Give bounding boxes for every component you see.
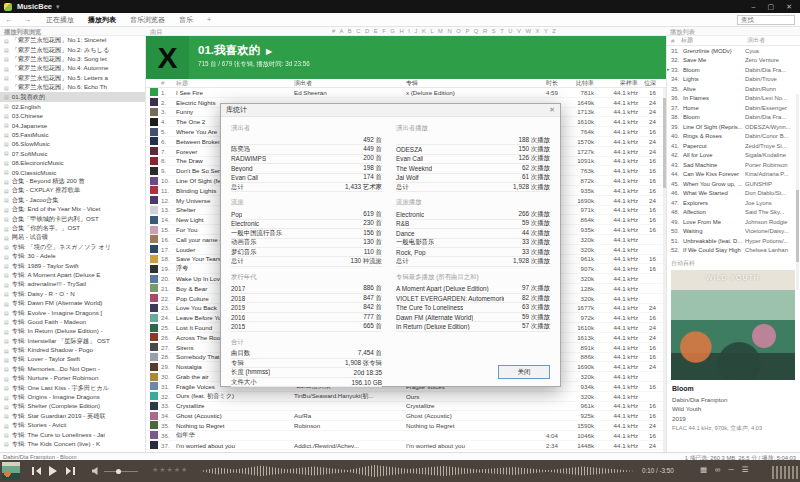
play-playlist-icon[interactable]: ▶ xyxy=(266,47,272,56)
equalizer-icon[interactable]: ☰ xyxy=(742,465,749,474)
sidebar-playlist-item[interactable]: ▤ 合集 - CXPLAY 推荐歌单 xyxy=(0,186,145,195)
track-row[interactable]: 1 I See Fire Ed Sheeran x (Deluxe Editio… xyxy=(146,88,666,98)
waveform-seekbar[interactable] xyxy=(200,464,635,478)
sidebar-playlist-item[interactable]: ▤ 「紫罗兰永恒花园」No.4: Automne xyxy=(0,64,145,73)
sidebar-playlist-item[interactable]: ▤ 专辑: In Return (Deluxe Edition) - xyxy=(0,327,145,336)
queue-column-title[interactable]: 标题 xyxy=(681,36,747,45)
search-input[interactable] xyxy=(737,15,795,25)
sidebar-playlist-item[interactable]: ▤ 「紫罗兰永恒花园」No.3: Song let xyxy=(0,55,145,64)
sidebar-playlist-item[interactable]: ▤ 专辑: Star Guardian 2019 - 英雄联 xyxy=(0,412,145,421)
volume-slider[interactable] xyxy=(104,471,138,472)
sidebar-playlist-item[interactable]: ▤ 专辑: A Moment Apart (Deluxe E xyxy=(0,271,145,280)
add-tab-button[interactable]: + xyxy=(207,16,211,23)
queue-item[interactable]: ▸ 51 Unbreakable (feat. D... Hyper Potio… xyxy=(667,236,800,246)
queue-item[interactable]: ▸ 44 Can We Kiss Forever Kina/Adriana P.… xyxy=(667,170,800,180)
sidebar-playlist-item[interactable]: ▤ 合集 - Jacoo合集 xyxy=(0,196,145,205)
queue-item[interactable]: ▸ 46 What We Started Don Diablo/St... xyxy=(667,189,800,199)
sidebar-playlist-item[interactable]: ▤ 09.ClassicMusic xyxy=(0,167,145,176)
sidebar-playlist-item[interactable]: ▤ 专辑: Memories...Do Not Open - xyxy=(0,365,145,374)
queue-item[interactable]: ▸ 48 Affection Said The Sky... xyxy=(667,208,800,218)
sidebar-playlist-item[interactable]: ▤ 04.Japanese xyxy=(0,121,145,130)
sidebar-playlist-item[interactable]: ▤ 专辑: Stories - Avicii xyxy=(0,421,145,430)
queue-item[interactable]: ▸ 43 Sad Machine Porter Robinson xyxy=(667,160,800,170)
maximize-button[interactable]: ▢ xyxy=(768,3,775,11)
column-album[interactable]: 专辑 xyxy=(406,79,532,88)
queue-column-num[interactable]: # xyxy=(671,38,681,44)
sidebar-playlist-item[interactable]: ▤ 专辑: The Kids Concert (live) - K xyxy=(0,440,145,449)
sidebar-playlist-item[interactable]: ▤ 专辑: One Last Kiss - 宇多田ヒカル xyxy=(0,383,145,392)
sidebar-playlist-item[interactable]: ▤ 专辑: Shelter (Complete Edition) xyxy=(0,402,145,411)
close-button[interactable]: ✕ xyxy=(786,3,792,11)
queue-item[interactable]: ▸ 39 Line Of Sight (Repris... ODESZA/Wyn… xyxy=(667,122,800,132)
volume-slider-handle[interactable] xyxy=(116,469,121,474)
queue-scrollbar[interactable] xyxy=(796,94,799,290)
sidebar-playlist-item[interactable]: ▤ 专辑: Lover - Taylor Swift xyxy=(0,355,145,364)
alphabet-jump-bar[interactable]: # A B C D E F G H I J K L M N O P Q R S … xyxy=(332,28,662,34)
queue-item[interactable]: ▸ 45 When You Grow up, ... GUNSHIP xyxy=(667,179,800,189)
volume-control[interactable] xyxy=(92,467,138,475)
sidebar-playlist-item[interactable]: ▤ 专辑: Nurture - Porter Robinson xyxy=(0,374,145,383)
sidebar-playlist-item[interactable]: ▤ 「紫罗兰永恒花园」No.1: Sincerel xyxy=(0,36,145,45)
queue-item[interactable]: ▸ 34 Lights Dabin/Trove xyxy=(667,75,800,85)
sidebar-playlist-item[interactable]: ▤ 专辑: Daisy - R・O・N xyxy=(0,290,145,299)
dialog-close-icon[interactable]: ✕ xyxy=(549,106,555,114)
dialog-close-button[interactable]: 关闭 xyxy=(498,365,550,379)
back-icon[interactable]: ← xyxy=(5,15,13,24)
forward-icon[interactable]: → xyxy=(23,15,31,24)
queue-item[interactable]: ▸ 37 Home Dabin/Essenger xyxy=(667,103,800,113)
queue-item[interactable]: ▸ 31 Grenzlinie (MODv) Cyua xyxy=(667,46,800,56)
column-title[interactable]: 标题 xyxy=(176,79,294,88)
sidebar-playlist-item[interactable]: ▤ 合集「甲铁城的卡巴内利」OST xyxy=(0,214,145,223)
queue-item[interactable]: ▸ 32 Save Me Zero Venture xyxy=(667,56,800,66)
next-track-button[interactable] xyxy=(64,465,76,477)
repeat-icon[interactable]: ─ xyxy=(728,465,733,474)
track-row[interactable]: 33 Crystallize Crystallize 961k 44.1 kHz… xyxy=(146,402,666,412)
shuffle-icon[interactable]: ∞ xyxy=(715,465,720,474)
sidebar-playlist-item[interactable]: ▤ 02.English xyxy=(0,102,145,111)
queue-item[interactable]: ▸ 40 Rings & Roses Dabin/Conor B... xyxy=(667,132,800,142)
queue-item[interactable]: ▸ 38 Bloom Dabin/Dia Fra... xyxy=(667,113,800,123)
track-row[interactable]: 34 Ghost (Acoustic) Au/Ra Ghost (Acousti… xyxy=(146,411,666,421)
sidebar-playlist-item[interactable]: ▤ 专辑: 1989 - Taylor Swift xyxy=(0,261,145,270)
sidebar-playlist-item[interactable]: ▤ 05.FastMusic xyxy=(0,130,145,139)
sidebar-playlist-item[interactable]: ▤ 07.SoftMusic xyxy=(0,149,145,158)
sidebar-playlist-item[interactable]: ▤ 专辑: The Cure to Loneliness - Jai xyxy=(0,430,145,439)
sidebar-playlist-item[interactable]: ▤ 专辑: Interstellar 「星际穿越」 OST xyxy=(0,337,145,346)
queue-item[interactable]: ▸ 42 All for Love Sigala/Kodaline xyxy=(667,151,800,161)
toolbar-tab[interactable]: 正在播放 xyxy=(46,15,74,25)
sidebar-playlist-item[interactable]: ▤ 「紫罗兰永恒花园」No.5: Letters a xyxy=(0,74,145,83)
toolbar-tab[interactable]: 播放列表 xyxy=(88,15,116,25)
sidebar-playlist-item[interactable]: ▤ 03.Chinese xyxy=(0,111,145,120)
queue-item[interactable]: ▸ 50 Waiting Vicetone/Daisy... xyxy=(667,227,800,237)
sidebar-playlist-item[interactable]: ▤ 08.ElectronicMusic xyxy=(0,158,145,167)
sidebar-playlist-item[interactable]: ▤ 「紫罗兰永恒花园」No.6: Echo Th xyxy=(0,83,145,92)
queue-item[interactable]: ▸ 33 Bloom Dabin/Dia Fra... xyxy=(667,65,800,75)
play-button[interactable] xyxy=(47,465,59,477)
sidebar-playlist-item[interactable]: ▤ 「紫罗兰永恒花园」No.2: みちしる xyxy=(0,45,145,54)
column-bitrate[interactable]: 比特率 xyxy=(558,79,594,88)
sidebar-playlist-item[interactable]: ▤ 专辑: Evolve - Imagine Dragons [ xyxy=(0,308,145,317)
column-artist[interactable]: 演出者 xyxy=(294,79,406,88)
up-next-icon[interactable]: ▦ xyxy=(700,465,707,474)
sidebar-playlist-item[interactable]: ▤ 专辑: Origins - Imagine Dragons xyxy=(0,393,145,402)
column-duration[interactable]: 时长 xyxy=(532,79,558,88)
queue-item[interactable]: ▸ 36 In Flames Dabin/Lexi No... xyxy=(667,94,800,104)
queue-scrollbar-thumb[interactable] xyxy=(796,190,799,262)
track-rating-stars[interactable]: ★★★★★ xyxy=(152,466,188,474)
column-bitdepth[interactable]: 位深 xyxy=(638,79,662,88)
track-row[interactable]: 35 Nothing to Regret Robinson Nothing to… xyxy=(146,421,666,431)
player-album-thumb[interactable] xyxy=(2,462,20,480)
sidebar-playlist-item[interactable]: ▤ 合集: End of the Year Mix - Vicet xyxy=(0,205,145,214)
queue-column-artist[interactable]: 演出者 xyxy=(747,36,797,45)
minimize-button[interactable]: – xyxy=(752,3,756,11)
dialog-title-bar[interactable]: 库统计 ✕ xyxy=(221,104,560,117)
queue-item[interactable]: ▸ 49 Love From Me Johnson Rodgie xyxy=(667,217,800,227)
sidebar-playlist-item[interactable]: ▤ 网易 - 试音碟 xyxy=(0,233,145,242)
sidebar-playlist-item[interactable]: ▤ 专辑: adrenaline!!! - TrySail xyxy=(0,280,145,289)
queue-item[interactable]: ▸ 47 Explorers Joe Lyons xyxy=(667,198,800,208)
queue-item[interactable]: ▸ 35 Alive Dabin/Runn xyxy=(667,84,800,94)
sidebar-playlist-item[interactable]: ▤ 专辑: Kindred Shadow - Pogo xyxy=(0,346,145,355)
sidebar-playlist-item[interactable]: ▤ 专辑: Good Faith - Madeon xyxy=(0,318,145,327)
track-row[interactable]: 36 似年华 4:04 1046k 44.1 kHz 16 xyxy=(146,431,666,441)
previous-track-button[interactable] xyxy=(30,465,42,477)
